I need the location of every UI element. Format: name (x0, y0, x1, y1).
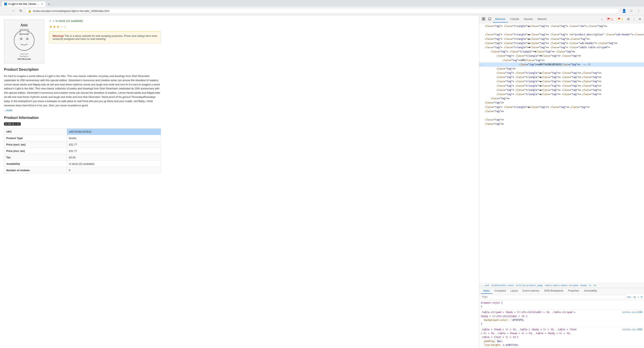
product-table-value: Books (67, 135, 161, 142)
product-table-label: Number of reviews (4, 167, 67, 174)
error-count-badge[interactable]: 🚩 1 (606, 17, 614, 21)
tree-line[interactable]: class="tag"> class="triangle">▼class="ta… (479, 50, 644, 54)
refresh-button[interactable]: ↻ (18, 8, 24, 14)
product-table-label: Product Type (4, 135, 67, 142)
element-style-close: } (481, 305, 482, 308)
breadcrumb-item[interactable]: tr (588, 284, 592, 287)
warning-count-badge[interactable]: 🚩 1 (616, 17, 624, 21)
color-swatch[interactable] (510, 319, 512, 321)
user-profile-button[interactable]: 👤 (621, 8, 627, 14)
tree-line[interactable]: class="tag"> class="triangle">▶class="ta… (479, 75, 644, 79)
cls-button[interactable]: .cls (633, 296, 636, 298)
breadcrumb-item[interactable]: tbody (580, 284, 587, 287)
tree-line[interactable]: class="tag">> (479, 122, 644, 126)
tree-line[interactable]: class="tag"> class="triangle">▼class="ta… (479, 54, 644, 58)
tree-line[interactable]: class="tag">>UPCclass="tag">> (479, 58, 644, 62)
layout-tab[interactable]: Layout (508, 288, 520, 294)
table-source[interactable]: styles.css:2060 (622, 328, 642, 331)
warning-text: This is a demo website for web scraping … (52, 34, 157, 40)
tree-line[interactable] (479, 28, 644, 32)
tree-line[interactable]: class="tag"> class="triangle">▶class="ta… (479, 105, 644, 109)
tree-line[interactable] (479, 114, 644, 118)
table-striped-selector2: tbody > tr:nth-child(odd) > th { (481, 315, 527, 318)
breadcrumb-item[interactable]: div#content_inner (491, 284, 515, 287)
properties-tab[interactable]: Properties (566, 288, 582, 294)
new-rule-button[interactable]: ⊡ (640, 296, 642, 298)
back-button[interactable]: ← (2, 8, 8, 14)
device-toolbar-button[interactable] (487, 16, 492, 22)
styles-tab[interactable]: Styles (481, 288, 492, 294)
forward-button[interactable]: → (10, 8, 16, 14)
breadcrumb-item[interactable]: …ent (484, 284, 490, 287)
book-header: Attic poems and drawings by (4, 19, 161, 63)
tree-line[interactable]: class="tag"> class="triangle">▼class="ta… (479, 45, 644, 50)
tab-sources[interactable]: Sources (522, 16, 535, 22)
computed-tab[interactable]: Computed (492, 288, 508, 294)
devtools-close-button[interactable]: ✕ (637, 16, 642, 22)
styles-filter-row: :hov .cls + ⊡ (479, 294, 644, 300)
table-rule: .table > thead > tr > th, .table > tbody… (479, 327, 644, 348)
tree-line[interactable]: class="tag"> class="triangle">▶class="ta… (479, 24, 644, 28)
breadcrumb-item[interactable]: td (593, 284, 597, 287)
warning-title: Warning! (52, 34, 64, 37)
dom-breakpoints-tab[interactable]: DOM Breakpoints (542, 288, 566, 294)
bookmark-button[interactable]: ☆ (628, 8, 634, 14)
tab-elements[interactable]: Elements (493, 16, 508, 22)
breadcrumb-ellipsis: … (481, 284, 482, 287)
tab-title: A Light in the Attic | Books to... (8, 2, 40, 5)
background-color-val: #f9f9f9; (512, 319, 524, 322)
background-color-prop: background-color: #f9f9f9; (481, 319, 524, 322)
new-tab-button[interactable]: + (47, 2, 52, 7)
more-link[interactable]: ...more (4, 109, 12, 112)
accessibility-tab[interactable]: Accessibility (582, 288, 599, 294)
tree-line[interactable]: class="tag">> (479, 67, 644, 71)
td-tooltip-container: td 496.31 × 37 (4, 122, 161, 126)
tree-line[interactable]: class="tag"> class="triangle">▶class="ta… (479, 79, 644, 84)
address-text: books.toscrape.com/catalogue/a-light-in-… (33, 9, 617, 12)
extensions-button[interactable]: ⋮ (636, 8, 642, 14)
tree-line[interactable]: class="tag">> (479, 96, 644, 101)
table-striped-selector: .table-striped > tbody > tr:nth-child(od… (481, 311, 575, 314)
product-table-label: Price (excl. tax) (4, 142, 67, 148)
breadcrumb-item[interactable]: article.product_page (516, 284, 543, 287)
more-tabs-button[interactable]: » (600, 16, 604, 22)
tree-line[interactable]: class="tag"> class="triangle">▶class="ta… (479, 41, 644, 45)
tree-line[interactable]: class="tag">> (479, 109, 644, 114)
padding-prop: padding: 8px; (481, 340, 503, 343)
tab-close-button[interactable]: ✕ (41, 2, 43, 5)
tree-line[interactable]: class="tag"> class="triangle">▶class="ta… (479, 71, 644, 75)
breadcrumb-item[interactable]: table.table.table-striped (544, 284, 579, 287)
devtools-more-button[interactable]: ⋮ (631, 16, 637, 22)
address-bar[interactable]: 🔒 books.toscrape.com/catalogue/a-light-i… (25, 8, 620, 14)
product-table-value: a897fe39b1053632 (67, 129, 161, 135)
event-listeners-tab[interactable]: Event Listeners (520, 288, 542, 294)
devtools-settings-button[interactable]: ⚙ (626, 16, 631, 22)
tree-line[interactable]: class="tag"> class="triangle">▶class="ta… (479, 37, 644, 41)
tree-line[interactable]: class="tag"> class="triangle">▶class="ta… (479, 32, 644, 37)
product-information-heading: Product Information (4, 116, 161, 120)
svg-rect-16 (488, 18, 491, 20)
tab-console[interactable]: Console (508, 16, 522, 22)
product-table-row: Number of reviews0 (4, 167, 161, 174)
product-table-value: £0.00 (67, 154, 161, 161)
tree-line[interactable]: class="tag"> class="triangle">▶class="ta… (479, 92, 644, 96)
tree-line[interactable]: ... class="tag">>a897fe39b1053632class="… (479, 62, 644, 67)
tree-line[interactable]: class="tag">> (479, 101, 644, 105)
tree-line[interactable]: class="tag"> class="triangle">▶class="ta… (479, 88, 644, 92)
browser-chrome: 📘 A Light in the Attic | Books to... ✕ +… (0, 0, 644, 15)
inspect-element-button[interactable] (481, 16, 486, 22)
html-tree[interactable]: class="tag"> class="triangle">▶class="ta… (479, 23, 644, 283)
product-table-value: £51.77 (67, 142, 161, 148)
tree-line[interactable]: class="tag">> (479, 118, 644, 122)
tree-line[interactable]: class="tag"> class="triangle">▶class="ta… (479, 84, 644, 88)
tab-network[interactable]: Network (535, 16, 549, 22)
styles-panel: Styles Computed Layout Event Listeners D… (479, 288, 644, 348)
hov-button[interactable]: :hov (627, 296, 631, 298)
active-tab[interactable]: 📘 A Light in the Attic | Books to... ✕ (2, 1, 46, 7)
svg-text:drawings by: drawings by (20, 55, 29, 57)
add-style-button[interactable]: + (638, 296, 639, 298)
table-striped-source[interactable]: styles.css:2108 (622, 310, 642, 314)
book-image: Attic poems and drawings by (4, 19, 44, 63)
styles-filter-input[interactable] (481, 295, 625, 299)
tab-favicon: 📘 (4, 2, 7, 5)
